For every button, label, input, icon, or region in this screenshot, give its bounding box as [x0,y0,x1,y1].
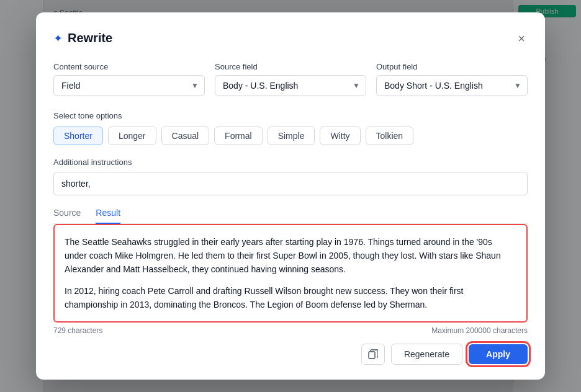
content-source-select[interactable]: Field URL Text [53,75,205,96]
output-field-select[interactable]: Body Short - U.S. English Body Short - B… [376,75,528,96]
tone-btn-simple[interactable]: Simple [268,127,315,145]
tab-result[interactable]: Result [96,208,120,224]
tone-section: Select tone options ShorterLongerCasualF… [53,111,528,145]
apply-button[interactable]: Apply [469,344,528,364]
sparkle-icon: ✦ [53,32,63,45]
output-field-group: Output field Body Short - U.S. English B… [376,62,528,96]
output-field-label: Output field [376,62,528,71]
additional-label: Additional instructions [53,158,528,167]
tone-btn-longer[interactable]: Longer [108,127,156,145]
source-field-label: Source field [215,62,366,71]
result-area[interactable]: The Seattle Seahawks struggled in their … [53,224,528,323]
tab-source[interactable]: Source [53,208,81,224]
modal-footer: Regenerate Apply [53,344,528,365]
tone-btn-casual[interactable]: Casual [161,127,210,145]
source-field-select[interactable]: Body - U.S. English Body - British Engli… [215,75,366,96]
tone-btn-tolkien[interactable]: Tolkien [366,127,414,145]
rewrite-modal: ✦ Rewrite × Content source Field URL Tex… [36,12,545,380]
tone-btn-witty[interactable]: Witty [320,127,360,145]
copy-button[interactable] [361,344,385,365]
result-paragraph-1: The Seattle Seahawks struggled in their … [65,235,516,277]
tabs-row: SourceResult [53,208,528,224]
source-field-wrapper: Body - U.S. English Body - British Engli… [215,75,366,96]
close-button[interactable]: × [515,30,528,47]
tone-btn-shorter[interactable]: Shorter [53,127,103,145]
output-field-wrapper: Body Short - U.S. English Body Short - B… [376,75,528,96]
tone-label: Select tone options [53,111,528,120]
fields-row: Content source Field URL Text ▼ Source f… [53,62,528,96]
modal-header: ✦ Rewrite × [53,30,528,47]
regenerate-button[interactable]: Regenerate [391,344,462,365]
max-chars: Maximum 200000 characters [431,326,528,335]
result-paragraph-2: In 2012, hiring coach Pete Carroll and d… [65,284,516,312]
modal-title-area: ✦ Rewrite [53,31,112,45]
svg-rect-0 [369,352,375,359]
additional-section: Additional instructions [53,158,528,195]
modal-title: Rewrite [68,31,112,45]
copy-icon [368,349,378,359]
content-source-label: Content source [53,62,205,71]
source-field-group: Source field Body - U.S. English Body - … [215,62,366,96]
tone-btn-formal[interactable]: Formal [214,127,263,145]
tone-options: ShorterLongerCasualFormalSimpleWittyTolk… [53,127,528,145]
modal-overlay: ✦ Rewrite × Content source Field URL Tex… [0,0,581,392]
content-source-wrapper: Field URL Text ▼ [53,75,205,96]
result-meta: 729 characters Maximum 200000 characters [53,326,528,335]
char-count: 729 characters [53,326,102,335]
content-source-group: Content source Field URL Text ▼ [53,62,205,96]
additional-input[interactable] [53,172,528,195]
